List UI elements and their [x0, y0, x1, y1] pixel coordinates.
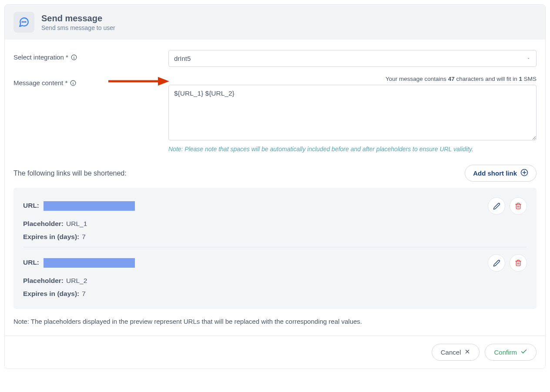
integration-row: Select integration * drInt5: [13, 50, 537, 67]
links-header: The following links will be shortened: A…: [13, 165, 537, 182]
url-label: URL:: [23, 259, 39, 266]
expires-label: Expires in (days):: [23, 233, 79, 241]
arrow-annotation: [108, 76, 169, 88]
add-short-link-label: Add short link: [473, 169, 517, 177]
expires-label: Expires in (days):: [23, 290, 79, 298]
send-message-panel: Send message Send sms message to user Se…: [4, 4, 546, 369]
plus-circle-icon: [520, 169, 528, 178]
message-label-wrap: Message content *: [13, 76, 161, 86]
link-item: URL: Placeholder: URL_1: [23, 197, 527, 247]
integration-label-wrap: Select integration *: [13, 50, 161, 61]
char-count: Your message contains 47 characters and …: [168, 76, 537, 82]
delete-link-button[interactable]: [510, 197, 527, 215]
edit-link-button[interactable]: [488, 197, 505, 215]
url-redacted: [44, 258, 135, 268]
integration-value: drInt5: [174, 55, 191, 62]
cancel-button[interactable]: Cancel: [432, 344, 480, 361]
panel-title: Send message: [41, 13, 115, 23]
url-redacted: [44, 201, 135, 211]
integration-select[interactable]: drInt5: [168, 50, 537, 67]
svg-point-1: [23, 22, 24, 22]
placeholder-note: Note: Please note that spaces will be au…: [168, 146, 537, 153]
message-textarea[interactable]: ${URL_1} ${URL_2}: [168, 85, 537, 140]
bottom-note: Note: The placeholders displayed in the …: [13, 318, 537, 325]
svg-marker-6: [158, 77, 169, 86]
panel-header: Send message Send sms message to user: [5, 5, 545, 40]
delete-link-button[interactable]: [510, 254, 527, 272]
panel-body: Select integration * drInt5: [5, 40, 545, 336]
links-box: URL: Placeholder: URL_1: [13, 188, 537, 309]
close-icon: [464, 349, 470, 356]
placeholder-value: URL_1: [66, 220, 87, 228]
message-label: Message content *: [13, 79, 67, 86]
svg-point-0: [22, 22, 23, 22]
placeholder-label: Placeholder:: [23, 220, 64, 228]
confirm-label: Confirm: [494, 349, 517, 356]
placeholder-label: Placeholder:: [23, 277, 64, 285]
info-icon[interactable]: [71, 54, 77, 60]
chevron-down-icon: [526, 55, 531, 62]
panel-footer: Cancel Confirm: [5, 336, 545, 369]
add-short-link-button[interactable]: Add short link: [465, 165, 537, 182]
cancel-label: Cancel: [441, 349, 461, 356]
edit-link-button[interactable]: [488, 254, 505, 272]
confirm-button[interactable]: Confirm: [485, 344, 537, 361]
expires-value: 7: [82, 233, 86, 241]
check-icon: [520, 348, 527, 356]
info-icon[interactable]: [70, 80, 76, 86]
svg-point-2: [25, 22, 26, 22]
url-label: URL:: [23, 202, 39, 209]
expires-value: 7: [82, 290, 86, 298]
integration-label: Select integration *: [13, 53, 68, 61]
chat-icon: [13, 12, 34, 33]
panel-subtitle: Send sms message to user: [41, 24, 115, 31]
links-title: The following links will be shortened:: [13, 169, 127, 177]
placeholder-value: URL_2: [66, 277, 87, 285]
link-item: URL: Placeholder: URL_2: [23, 254, 527, 304]
message-row: Message content * Your message cont: [13, 76, 537, 153]
